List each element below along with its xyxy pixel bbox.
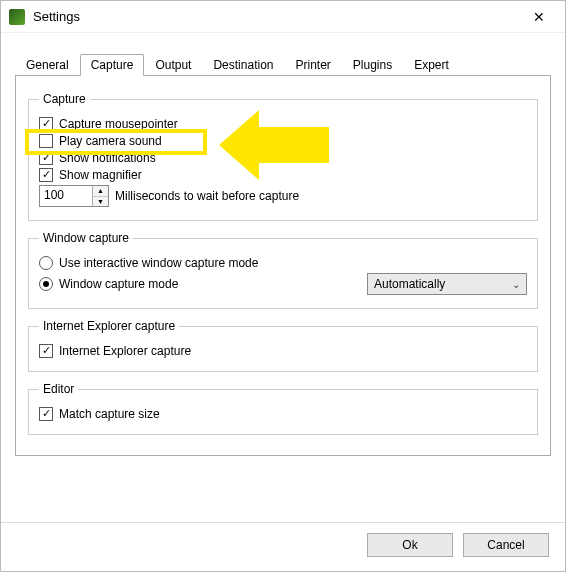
label-ms-delay: Milliseconds to wait before capture — [115, 189, 299, 203]
label-window-capture-mode: Window capture mode — [59, 277, 178, 291]
radio-window-capture-mode[interactable] — [39, 277, 53, 291]
group-editor-legend: Editor — [39, 382, 78, 396]
tab-plugins[interactable]: Plugins — [342, 54, 403, 75]
label-ie-capture: Internet Explorer capture — [59, 344, 191, 358]
checkbox-notifications[interactable] — [39, 151, 53, 165]
group-editor: Editor Match capture size — [28, 382, 538, 435]
content-area: General Capture Output Destination Print… — [1, 33, 565, 522]
titlebar: Settings ✕ — [1, 1, 565, 33]
tab-printer[interactable]: Printer — [284, 54, 341, 75]
spinner-up-icon[interactable]: ▲ — [93, 186, 108, 197]
label-camera-sound: Play camera sound — [59, 134, 162, 148]
row-ie-capture[interactable]: Internet Explorer capture — [39, 344, 527, 358]
group-capture-legend: Capture — [39, 92, 90, 106]
cancel-button[interactable]: Cancel — [463, 533, 549, 557]
close-icon: ✕ — [533, 9, 545, 25]
checkbox-match-size[interactable] — [39, 407, 53, 421]
ms-delay-input[interactable]: 100 ▲ ▼ — [39, 185, 109, 207]
tab-general[interactable]: General — [15, 54, 80, 75]
group-window-capture-legend: Window capture — [39, 231, 133, 245]
label-magnifier: Show magnifier — [59, 168, 142, 182]
tab-expert[interactable]: Expert — [403, 54, 460, 75]
tab-output[interactable]: Output — [144, 54, 202, 75]
row-camera-sound[interactable]: Play camera sound — [39, 134, 527, 148]
label-notifications: Show notifications — [59, 151, 156, 165]
group-capture: Capture Capture mousepointer Play camera… — [28, 92, 538, 221]
settings-window: Settings ✕ General Capture Output Destin… — [0, 0, 566, 572]
row-interactive-mode[interactable]: Use interactive window capture mode — [39, 256, 527, 270]
chevron-down-icon: ⌄ — [512, 279, 520, 290]
app-icon — [9, 9, 25, 25]
checkbox-camera-sound[interactable] — [39, 134, 53, 148]
label-match-size: Match capture size — [59, 407, 160, 421]
radio-wrap-mode[interactable]: Window capture mode — [39, 277, 178, 291]
checkbox-mousepointer[interactable] — [39, 117, 53, 131]
tab-destination[interactable]: Destination — [202, 54, 284, 75]
combo-value: Automatically — [374, 277, 445, 291]
window-title: Settings — [33, 9, 517, 24]
group-window-capture: Window capture Use interactive window ca… — [28, 231, 538, 309]
combo-window-capture-mode[interactable]: Automatically ⌄ — [367, 273, 527, 295]
checkbox-ie-capture[interactable] — [39, 344, 53, 358]
row-ms-delay: 100 ▲ ▼ Milliseconds to wait before capt… — [39, 185, 527, 207]
label-interactive-mode: Use interactive window capture mode — [59, 256, 258, 270]
checkbox-magnifier[interactable] — [39, 168, 53, 182]
row-window-capture-mode: Window capture mode Automatically ⌄ — [39, 273, 527, 295]
close-button[interactable]: ✕ — [517, 2, 561, 32]
tab-strip: General Capture Output Destination Print… — [15, 53, 551, 76]
footer: Ok Cancel — [1, 522, 565, 571]
ms-delay-spinner[interactable]: ▲ ▼ — [92, 186, 108, 206]
label-mousepointer: Capture mousepointer — [59, 117, 178, 131]
radio-interactive-mode[interactable] — [39, 256, 53, 270]
group-ie-legend: Internet Explorer capture — [39, 319, 179, 333]
spinner-down-icon[interactable]: ▼ — [93, 197, 108, 207]
ms-delay-value[interactable]: 100 — [40, 186, 92, 206]
row-notifications[interactable]: Show notifications — [39, 151, 527, 165]
ok-button[interactable]: Ok — [367, 533, 453, 557]
group-ie-capture: Internet Explorer capture Internet Explo… — [28, 319, 538, 372]
row-match-size[interactable]: Match capture size — [39, 407, 527, 421]
tab-capture[interactable]: Capture — [80, 54, 145, 76]
tab-page-capture: Capture Capture mousepointer Play camera… — [15, 76, 551, 456]
row-magnifier[interactable]: Show magnifier — [39, 168, 527, 182]
row-mousepointer[interactable]: Capture mousepointer — [39, 117, 527, 131]
